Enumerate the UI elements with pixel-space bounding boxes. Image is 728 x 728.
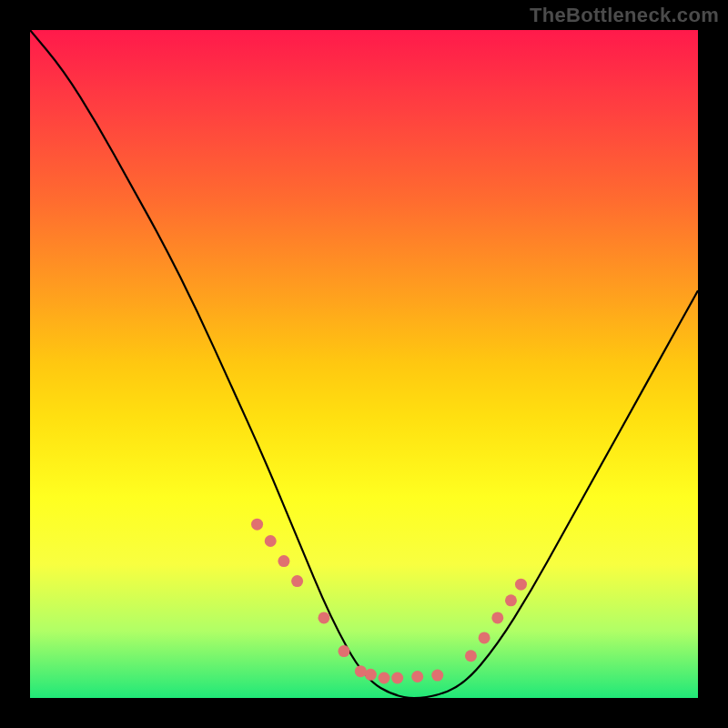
highlight-dot	[411, 671, 423, 682]
highlight-dot	[491, 612, 503, 623]
highlight-dot	[391, 672, 403, 683]
highlight-dot	[265, 535, 277, 547]
watermark-text: TheBottleneck.com	[530, 4, 719, 27]
bottleneck-curve	[30, 30, 698, 698]
highlight-dot	[291, 575, 303, 587]
highlight-dot	[365, 669, 377, 681]
highlight-dot	[318, 612, 329, 623]
highlight-dot	[465, 650, 477, 662]
chart-frame: TheBottleneck.com	[0, 0, 728, 728]
highlight-dot	[505, 594, 517, 606]
highlight-dot	[479, 632, 490, 643]
highlight-dot	[515, 579, 527, 591]
highlight-dot	[251, 519, 263, 531]
highlight-dot	[355, 665, 367, 677]
highlight-dot	[278, 555, 289, 567]
curve-svg	[30, 30, 698, 698]
highlight-dot	[379, 672, 390, 683]
highlight-dot	[431, 670, 443, 682]
highlight-dot	[338, 645, 349, 657]
